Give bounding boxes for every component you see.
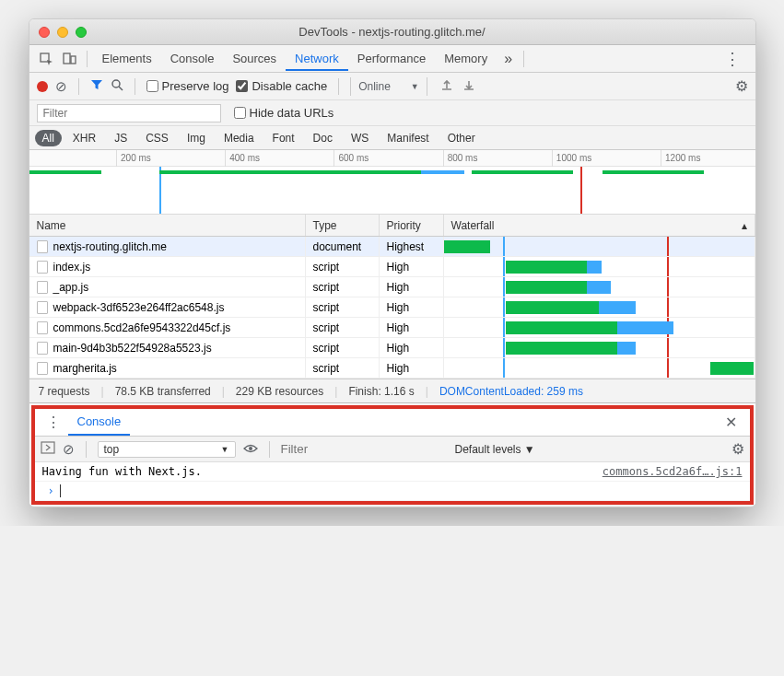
settings-menu-icon[interactable]: ⋮ xyxy=(715,49,750,69)
file-icon xyxy=(37,342,48,355)
console-sidebar-toggle-icon[interactable] xyxy=(41,441,55,457)
file-icon xyxy=(37,240,48,253)
console-filter-input[interactable] xyxy=(281,442,437,456)
request-waterfall xyxy=(444,318,755,337)
type-filter-img[interactable]: Img xyxy=(180,130,213,146)
clear-console-icon[interactable]: ⊘ xyxy=(63,441,75,458)
status-resources: 229 KB resources xyxy=(236,385,323,398)
timeline-tick: 1000 ms xyxy=(552,150,591,167)
request-type: script xyxy=(306,277,380,297)
hide-data-urls-checkbox[interactable]: Hide data URLs xyxy=(234,106,334,120)
col-name[interactable]: Name xyxy=(29,215,306,236)
tab-sources[interactable]: Sources xyxy=(223,46,286,71)
panel-tabs: ElementsConsoleSourcesNetworkPerformance… xyxy=(29,45,755,73)
request-waterfall xyxy=(444,257,755,276)
request-name: commons.5cd2a6fe9543322d45cf.js xyxy=(53,321,231,334)
timeline-bar xyxy=(472,170,573,174)
request-name: main-9d4b3b522f54928a5523.js xyxy=(53,342,212,355)
request-name: margherita.js xyxy=(53,362,117,375)
clear-button[interactable]: ⊘ xyxy=(55,78,67,95)
console-settings-icon[interactable]: ⚙ xyxy=(731,440,744,458)
sort-arrow-icon: ▴ xyxy=(742,219,747,232)
svg-rect-1 xyxy=(64,53,70,64)
network-settings-icon[interactable]: ⚙ xyxy=(735,77,748,95)
table-row[interactable]: main-9d4b3b522f54928a5523.jsscriptHigh xyxy=(29,338,755,358)
chevron-down-icon: ▼ xyxy=(221,445,229,454)
inspect-element-icon[interactable] xyxy=(35,48,57,70)
tab-memory[interactable]: Memory xyxy=(435,46,497,71)
col-type[interactable]: Type xyxy=(306,215,380,236)
timeline-overview[interactable]: 200 ms400 ms600 ms800 ms1000 ms1200 ms xyxy=(29,150,755,215)
request-name: nextjs-routing.glitch.me xyxy=(53,240,167,253)
status-transferred: 78.5 KB transferred xyxy=(115,385,211,398)
type-filter-font[interactable]: Font xyxy=(265,130,302,146)
table-row[interactable]: margherita.jsscriptHigh xyxy=(29,358,755,379)
live-expression-icon[interactable] xyxy=(243,442,258,457)
request-priority: High xyxy=(380,318,444,337)
type-filter-doc[interactable]: Doc xyxy=(306,130,340,146)
col-waterfall[interactable]: Waterfall▴ xyxy=(444,215,755,236)
request-name: _app.js xyxy=(53,281,89,294)
col-priority[interactable]: Priority xyxy=(380,215,444,236)
file-icon xyxy=(37,321,48,334)
drawer-close-icon[interactable]: ✕ xyxy=(716,414,746,431)
prompt-icon: › xyxy=(42,484,60,497)
svg-point-3 xyxy=(112,80,120,87)
type-filter-other[interactable]: Other xyxy=(440,130,483,146)
timeline-bar xyxy=(29,170,102,174)
type-filter-xhr[interactable]: XHR xyxy=(65,130,103,146)
separator xyxy=(87,51,88,67)
tab-console[interactable]: Console xyxy=(161,46,224,71)
titlebar: DevTools - nextjs-routing.glitch.me/ xyxy=(29,19,755,45)
filter-bar: Hide data URLs xyxy=(29,100,755,126)
type-filter-ws[interactable]: WS xyxy=(344,130,376,146)
table-row[interactable]: nextjs-routing.glitch.medocumentHighest xyxy=(29,237,755,257)
type-filter-manifest[interactable]: Manifest xyxy=(380,130,436,146)
request-waterfall xyxy=(444,237,755,256)
timeline-bar xyxy=(421,170,464,174)
timeline-tick: 1200 ms xyxy=(661,150,700,167)
request-priority: Highest xyxy=(380,237,444,256)
console-log-source-link[interactable]: commons.5cd2a6f….js:1 xyxy=(603,465,743,478)
tab-elements[interactable]: Elements xyxy=(93,46,161,71)
table-row[interactable]: commons.5cd2a6fe9543322d45cf.jsscriptHig… xyxy=(29,318,755,338)
more-tabs-button[interactable]: » xyxy=(498,51,518,67)
upload-har-icon[interactable] xyxy=(440,78,453,94)
table-row[interactable]: index.jsscriptHigh xyxy=(29,257,755,277)
request-name: index.js xyxy=(53,261,91,274)
file-icon xyxy=(37,362,48,375)
request-name: webpack-3df6523e264ff2ac6548.js xyxy=(53,301,225,314)
preserve-log-checkbox[interactable]: Preserve log xyxy=(146,79,229,93)
drawer-tab-console[interactable]: Console xyxy=(68,409,131,436)
drawer-menu-icon[interactable]: ⋮ xyxy=(39,414,68,431)
tab-performance[interactable]: Performance xyxy=(348,46,435,71)
request-type: script xyxy=(306,297,380,317)
network-table: Name Type Priority Waterfall▴ nextjs-rou… xyxy=(29,215,755,379)
type-filter-all[interactable]: All xyxy=(35,130,62,146)
type-filter-js[interactable]: JS xyxy=(107,130,135,146)
throttling-select[interactable]: Online ▼ xyxy=(350,77,427,96)
request-priority: High xyxy=(380,277,444,297)
status-requests: 7 requests xyxy=(39,385,90,398)
type-filter-css[interactable]: CSS xyxy=(138,130,176,146)
search-icon[interactable] xyxy=(111,78,123,94)
filter-toggle-icon[interactable] xyxy=(90,78,103,94)
device-toolbar-icon[interactable] xyxy=(59,48,81,70)
tab-network[interactable]: Network xyxy=(286,46,348,71)
console-log-message: Having fun with Next.js. xyxy=(42,465,202,478)
execution-context-select[interactable]: top ▼ xyxy=(98,441,236,458)
table-row[interactable]: _app.jsscriptHigh xyxy=(29,277,755,297)
console-prompt-row[interactable]: › xyxy=(35,482,750,501)
disable-cache-checkbox[interactable]: Disable cache xyxy=(236,79,327,93)
cursor xyxy=(60,484,61,497)
download-har-icon[interactable] xyxy=(462,78,475,94)
log-levels-select[interactable]: Default levels ▼ xyxy=(455,443,535,456)
request-priority: High xyxy=(380,297,444,317)
console-log-row: Having fun with Next.js. commons.5cd2a6f… xyxy=(35,462,750,482)
filter-input[interactable] xyxy=(37,104,221,122)
record-button[interactable] xyxy=(37,81,48,92)
table-row[interactable]: webpack-3df6523e264ff2ac6548.jsscriptHig… xyxy=(29,297,755,318)
timeline-bar xyxy=(159,170,421,174)
type-filter-media[interactable]: Media xyxy=(216,130,262,146)
request-type: script xyxy=(306,358,380,378)
